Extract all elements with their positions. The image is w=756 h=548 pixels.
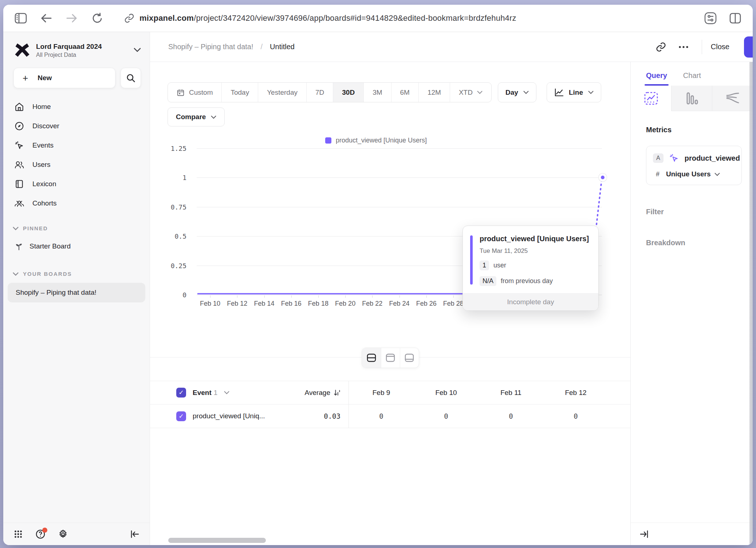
column-header[interactable]: Feb 10 [414,389,479,397]
x-tick: Feb 28 [443,300,464,308]
split-view-toggle[interactable] [362,348,381,368]
compass-icon [14,121,24,131]
chevron-down-icon [13,272,19,276]
events-cursor-icon [669,153,679,163]
browser-window: mixpanel.com/project/3472420/view/397469… [3,5,753,545]
pinned-section-header[interactable]: PINNED [3,213,150,234]
more-options-icon[interactable] [674,39,693,55]
help-icon[interactable] [35,529,46,539]
horizontal-scrollbar[interactable] [168,538,266,543]
address-bar[interactable]: mixpanel.com/project/3472420/view/397469… [124,13,695,23]
x-tick: Feb 16 [281,300,302,308]
range-12m[interactable]: 12M [418,83,450,102]
sidebar-item-lexicon[interactable]: Lexicon [3,174,150,193]
tooltip-accent-bar [470,235,473,285]
sidebar-item-users[interactable]: Users [3,155,150,174]
y-tick: 1 [182,174,186,181]
link-icon [124,13,134,23]
range-30d[interactable]: 30D [333,83,363,102]
project-name: Lord Farquaad 2024 [36,43,128,51]
save-button-partial[interactable] [744,36,753,58]
your-boards-label: YOUR BOARDS [23,271,72,277]
window-edge [749,62,753,545]
range-yesterday[interactable]: Yesterday [258,83,306,102]
sidebar: Lord Farquaad 2024 All Project Data + Ne… [3,32,150,545]
column-header[interactable]: Feb 12 [543,389,608,397]
breadcrumb-page[interactable]: Untitled [270,43,295,51]
column-header[interactable]: Feb 11 [479,389,543,397]
page-settings-icon[interactable] [702,10,718,26]
report-main: Custom Today Yesterday 7D 30D 3M 6M 12M [150,62,631,545]
users-icon [14,160,24,169]
split-view-icon[interactable] [727,10,743,26]
aggregation-dropdown[interactable]: Unique Users [666,170,720,178]
sidebar-item-label: Cohorts [32,199,57,207]
range-6m[interactable]: 6M [391,83,418,102]
metric-card[interactable]: A product_viewed # Unique Users [646,146,742,185]
range-3m[interactable]: 3M [363,83,391,102]
copy-link-icon[interactable] [651,39,670,55]
sidebar-item-home[interactable]: Home [3,97,150,116]
data-table: ✓ Event1 Average Feb 9 Feb 10 [150,381,630,428]
x-tick: Feb 22 [362,300,382,308]
chevron-down-icon [523,91,529,94]
granularity-dropdown[interactable]: Day [498,82,536,102]
chevron-down-icon [477,91,483,94]
range-today[interactable]: Today [221,83,258,102]
tab-chart[interactable]: Chart [683,71,701,86]
collapse-sidebar-icon[interactable] [130,530,139,539]
flows-report-tab[interactable] [712,86,753,111]
cell-value: 0 [414,412,479,420]
funnels-report-tab[interactable] [671,86,712,111]
metrics-heading: Metrics [646,126,742,134]
sort-icon[interactable] [333,389,341,397]
average-value: 0.03 [324,412,349,420]
project-switcher[interactable]: Lord Farquaad 2024 All Project Data [3,32,150,66]
range-7d[interactable]: 7D [306,83,333,102]
gear-icon[interactable] [58,529,68,539]
apps-grid-icon[interactable] [13,529,23,539]
sidebar-item-starter-board[interactable]: Starter Board [8,236,145,256]
table-row[interactable]: ✓ product_viewed [Uniq... 0.03 0 0 0 0 [150,404,630,428]
sidebar-item-discover[interactable]: Discover [3,116,150,136]
reload-icon[interactable] [89,10,105,26]
metric-badge: A [653,153,664,163]
legend-label: product_viewed [Unique Users] [336,137,427,144]
column-header[interactable]: Feb 9 [349,389,414,397]
metric-event-name[interactable]: product_viewed [685,154,740,163]
sidebar-item-label: Home [32,103,51,111]
compare-dropdown[interactable]: Compare [168,107,225,126]
row-checkbox[interactable]: ✓ [176,411,186,421]
breadcrumb: Shopify – Piping that data! / Untitled [168,43,295,51]
new-button[interactable]: + New [13,68,115,88]
select-all-checkbox[interactable]: ✓ [176,388,186,398]
events-cursor-icon [14,141,24,150]
chart-type-dropdown[interactable]: Line [547,82,601,102]
collapse-panel-icon[interactable] [639,530,649,539]
chevron-down-icon [13,227,19,230]
your-boards-section-header[interactable]: YOUR BOARDS [3,258,150,280]
range-xtd[interactable]: XTD [450,83,491,102]
breakdown-heading: Breakdown [646,239,742,247]
search-button[interactable] [121,68,141,88]
close-button[interactable]: Close [711,43,729,51]
y-tick: 0.25 [171,262,186,270]
range-custom[interactable]: Custom [168,83,221,102]
table-only-toggle[interactable] [400,348,419,368]
browser-sidebar-toggle-icon[interactable] [13,10,29,26]
sidebar-item-cohorts[interactable]: Cohorts [3,193,150,213]
chart-tooltip: product_viewed [Unique Users] Tue Mar 11… [462,226,599,311]
back-icon[interactable] [38,10,54,26]
breadcrumb-board[interactable]: Shopify – Piping that data! [168,43,253,51]
data-point-marker[interactable] [599,173,607,181]
board-item-label: Starter Board [29,242,71,250]
tab-query[interactable]: Query [646,71,667,86]
insights-report-tab[interactable] [631,86,671,111]
forward-icon[interactable] [64,10,80,26]
chart-only-toggle[interactable] [381,348,400,368]
report-type-strip [631,86,753,111]
pinned-label: PINNED [23,225,48,231]
sidebar-item-shopify-board[interactable]: Shopify – Piping that data! [8,283,145,302]
chevron-down-icon[interactable] [224,391,229,394]
sidebar-item-events[interactable]: Events [3,136,150,155]
